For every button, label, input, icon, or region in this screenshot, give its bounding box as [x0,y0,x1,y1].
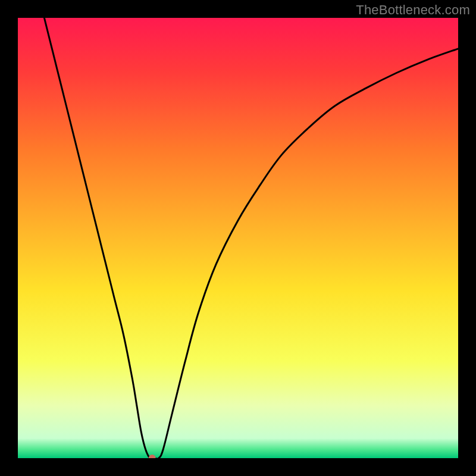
plot-area [18,18,458,458]
watermark-label: TheBottleneck.com [356,2,470,18]
chart-svg [18,18,458,458]
chart-container: TheBottleneck.com [0,0,476,476]
gradient-background [18,18,458,458]
